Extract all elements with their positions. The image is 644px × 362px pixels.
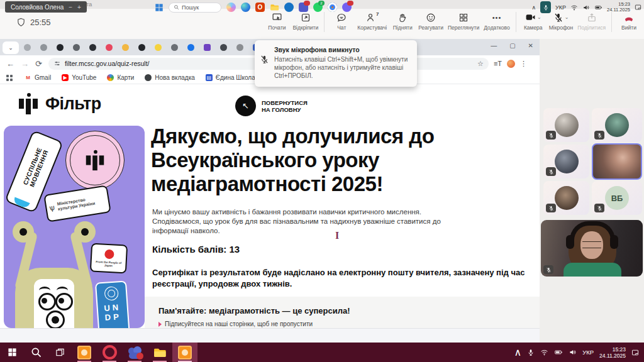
tab-favicon[interactable] bbox=[171, 44, 178, 51]
profile-avatar[interactable] bbox=[507, 60, 515, 68]
speaker-icon[interactable] bbox=[582, 4, 590, 11]
participant-tile-initials[interactable]: ВБ bbox=[592, 181, 642, 215]
more-button[interactable]: ••• Додатково bbox=[484, 12, 509, 31]
mic-icon[interactable] bbox=[527, 349, 535, 356]
tune-icon[interactable] bbox=[53, 60, 61, 67]
undp-sticker: UNDP bbox=[95, 280, 130, 328]
participant-tile[interactable] bbox=[543, 108, 589, 142]
self-video-tile[interactable] bbox=[541, 220, 643, 277]
tab-favicon[interactable] bbox=[122, 44, 129, 51]
opera-icon[interactable] bbox=[97, 343, 122, 362]
wifi-icon[interactable] bbox=[570, 4, 578, 11]
page-footer: Пам'ятайте: медіаграмотність — це суперс… bbox=[145, 297, 540, 328]
speaker-icon[interactable] bbox=[569, 348, 577, 356]
battery-icon[interactable] bbox=[554, 348, 563, 356]
tab-favicon[interactable] bbox=[89, 44, 96, 51]
site-brand-text: Фільтр bbox=[45, 94, 101, 114]
leave-button[interactable]: Вийти bbox=[618, 12, 640, 31]
viber-icon[interactable] bbox=[342, 3, 352, 12]
forward-button[interactable]: → bbox=[21, 59, 29, 69]
react-button[interactable]: Реагувати bbox=[418, 12, 443, 31]
tray-chevron-icon[interactable]: ∧ bbox=[514, 346, 521, 358]
recorder-app-icon[interactable] bbox=[72, 343, 97, 362]
view-button[interactable]: Переглянути bbox=[448, 12, 479, 31]
bookmark-youtube[interactable]: ▶YouTube bbox=[62, 74, 96, 81]
tab-favicon[interactable] bbox=[220, 44, 227, 51]
windows-start-icon[interactable] bbox=[155, 3, 164, 12]
mic-muted-notification[interactable]: Звук мікрофона вимкнуто Натисніть клавіш… bbox=[255, 40, 417, 87]
chrome-icon[interactable] bbox=[328, 3, 337, 12]
teams-icon[interactable] bbox=[299, 3, 308, 12]
subscribe-link[interactable]: Підписуйтеся на наші сторінки, щоб не пр… bbox=[158, 321, 313, 327]
task-view-icon[interactable] bbox=[48, 343, 72, 362]
start-share-button[interactable]: Почати bbox=[265, 12, 288, 31]
bookmark-maps[interactable]: Карти bbox=[107, 74, 134, 81]
recorder-app-active-icon[interactable] bbox=[172, 343, 197, 362]
active-tab[interactable]: ⌄ bbox=[3, 41, 19, 54]
divider bbox=[324, 12, 325, 32]
participants-button[interactable]: 7 Користувачі bbox=[357, 12, 387, 31]
wifi-icon[interactable] bbox=[540, 348, 548, 356]
participant-tile[interactable] bbox=[543, 145, 589, 178]
tab-favicon[interactable] bbox=[24, 44, 31, 51]
certificate-text: Сертифікат із результатом буде надіслано… bbox=[152, 267, 535, 290]
tab-favicon[interactable] bbox=[138, 44, 145, 51]
battery-icon[interactable] bbox=[594, 4, 602, 11]
participant-video-active[interactable] bbox=[592, 143, 642, 180]
zoom-out-icon[interactable]: − bbox=[69, 4, 72, 11]
page-heading: Дякуємо, що долучилися до Всеукраїнськог… bbox=[151, 124, 540, 196]
w11-language[interactable]: УКР bbox=[555, 4, 566, 11]
back-to-home-button[interactable]: ↖ ПОВЕРНУТИСЯНА ГОЛОВНУ bbox=[235, 96, 312, 116]
tab-favicon[interactable] bbox=[187, 44, 194, 51]
tab-favicon[interactable] bbox=[73, 44, 80, 51]
bookmark-gmail[interactable]: MGmail bbox=[25, 74, 51, 81]
mic-button[interactable]: ⌄ Мікрофон bbox=[549, 12, 574, 31]
bookmark-star-icon[interactable]: ☆ bbox=[477, 60, 484, 68]
tab-favicon[interactable] bbox=[57, 44, 64, 51]
participant-tile[interactable] bbox=[543, 181, 589, 215]
app-icon[interactable] bbox=[284, 3, 294, 12]
explorer-icon[interactable] bbox=[270, 3, 279, 12]
close-button[interactable]: ✕ bbox=[528, 42, 533, 49]
site-logo[interactable]: Фільтр bbox=[18, 93, 101, 114]
local-clock[interactable]: 15:2324.11.2025 bbox=[599, 346, 626, 359]
edge-icon[interactable] bbox=[241, 3, 250, 12]
tab-favicon[interactable] bbox=[106, 44, 113, 51]
bookmark-newtab[interactable]: Нова вкладка bbox=[145, 74, 195, 81]
presenter-label[interactable]: Соловйова Олена − + bbox=[5, 1, 87, 13]
teams-icon[interactable] bbox=[122, 343, 147, 362]
minimize-button[interactable]: — bbox=[491, 42, 497, 49]
windows-start-icon[interactable] bbox=[0, 343, 24, 362]
whatsapp-icon[interactable]: 2 bbox=[313, 3, 323, 12]
notification-center-icon[interactable] bbox=[631, 349, 639, 356]
browser-menu-icon[interactable]: ⋮ bbox=[520, 60, 527, 68]
copilot-icon[interactable] bbox=[226, 3, 236, 12]
zoom-in-icon[interactable]: + bbox=[77, 4, 81, 11]
reload-button[interactable]: ⟳ bbox=[35, 59, 42, 69]
mic-chevron-icon[interactable]: ⌄ bbox=[565, 14, 569, 20]
camera-button[interactable]: ⌄ Камера bbox=[522, 12, 545, 31]
participant-tile[interactable] bbox=[592, 108, 642, 142]
office-icon[interactable]: O bbox=[255, 3, 265, 12]
back-button[interactable]: ← bbox=[6, 59, 14, 69]
raise-hand-button[interactable]: Підняти bbox=[391, 12, 414, 31]
camera-chevron-icon[interactable]: ⌄ bbox=[537, 14, 541, 20]
tray-chevron-icon[interactable]: ∧ bbox=[531, 4, 536, 11]
meeting-mic-indicator[interactable] bbox=[540, 1, 551, 13]
apps-grid-icon[interactable] bbox=[6, 75, 13, 81]
w11-clock[interactable]: 15:2324.11.2025 bbox=[607, 2, 630, 13]
tab-favicon[interactable] bbox=[204, 44, 211, 51]
w11-search-box[interactable]: Пошук bbox=[169, 3, 221, 13]
search-icon[interactable] bbox=[24, 343, 48, 362]
explorer-icon[interactable] bbox=[147, 343, 172, 362]
tab-favicon[interactable] bbox=[236, 44, 243, 51]
initials-avatar: ВБ bbox=[605, 186, 629, 210]
unpin-button[interactable]: Відкріпити bbox=[292, 12, 318, 31]
notification-center-icon[interactable] bbox=[635, 4, 641, 11]
reading-list-icon[interactable]: ≡T bbox=[494, 60, 502, 67]
tab-favicon[interactable] bbox=[155, 44, 162, 51]
chat-button[interactable]: Чат bbox=[330, 12, 353, 31]
local-language[interactable]: УКР bbox=[582, 349, 594, 356]
tab-favicon[interactable] bbox=[40, 44, 47, 51]
maximize-button[interactable]: ▢ bbox=[509, 42, 515, 49]
